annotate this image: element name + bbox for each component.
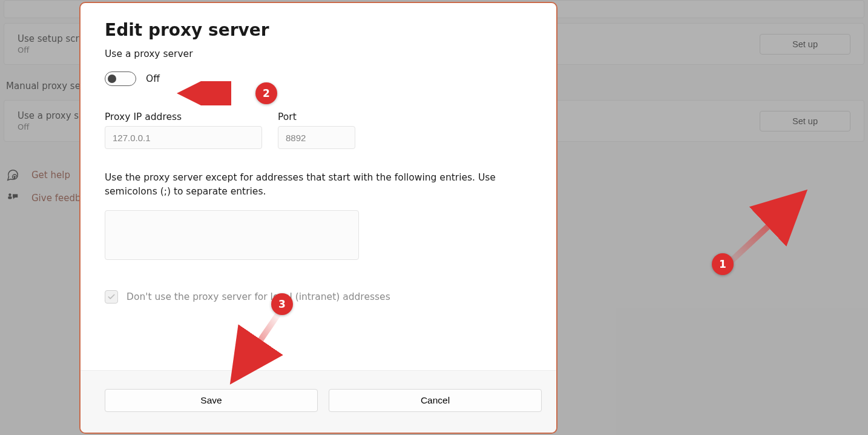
- exceptions-description: Use the proxy server except for addresse…: [105, 171, 532, 199]
- dialog-title: Edit proxy server: [105, 20, 532, 40]
- exceptions-input[interactable]: [105, 210, 359, 260]
- use-proxy-toggle[interactable]: [105, 71, 136, 86]
- port-label: Port: [278, 111, 355, 122]
- proxy-ip-input[interactable]: [105, 126, 262, 149]
- use-proxy-label: Use a proxy server: [105, 48, 532, 59]
- checkmark-icon: [107, 293, 116, 301]
- port-input[interactable]: [278, 126, 355, 149]
- toggle-state-label: Off: [146, 73, 160, 84]
- proxy-ip-label: Proxy IP address: [105, 111, 262, 122]
- bypass-local-label: Don't use the proxy server for local (in…: [127, 291, 390, 302]
- edit-proxy-dialog: Edit proxy server Use a proxy server Off…: [79, 2, 557, 434]
- save-button[interactable]: Save: [105, 389, 318, 412]
- bypass-local-checkbox[interactable]: [105, 290, 118, 304]
- toggle-knob: [108, 75, 116, 83]
- cancel-button[interactable]: Cancel: [329, 389, 542, 412]
